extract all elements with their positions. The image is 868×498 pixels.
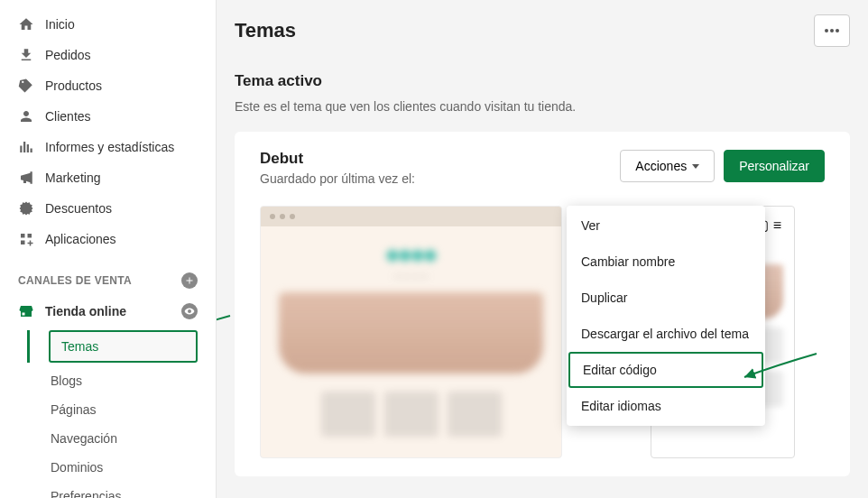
discount-icon xyxy=(18,200,34,217)
customize-button[interactable]: Personalizar xyxy=(724,150,825,182)
sub-nav-domains[interactable]: Dominios xyxy=(27,453,216,482)
sub-nav-pages[interactable]: Páginas xyxy=(27,395,216,424)
nav-label: Marketing xyxy=(45,171,100,185)
sales-channels-header: CANALES DE VENTA xyxy=(0,254,216,296)
sub-nav-label: Temas xyxy=(49,330,198,363)
apps-icon xyxy=(18,231,34,247)
tag-icon xyxy=(18,78,34,94)
bars-icon xyxy=(18,139,34,155)
store-icon xyxy=(18,303,34,319)
sub-nav-themes[interactable]: Temas xyxy=(49,330,198,363)
nav-label: Clientes xyxy=(45,109,91,124)
nav-label: Informes y estadísticas xyxy=(45,140,174,154)
dropdown-edit-code[interactable]: Editar código xyxy=(568,352,763,388)
nav-label: Pedidos xyxy=(45,48,91,62)
nav-orders[interactable]: Pedidos xyxy=(0,40,216,70)
nav-discounts[interactable]: Descuentos xyxy=(0,193,216,224)
sub-nav: Temas Blogs Páginas Navegación Dominios … xyxy=(0,330,216,498)
nav-customers[interactable]: Clientes xyxy=(0,101,216,132)
plus-icon[interactable] xyxy=(181,272,198,289)
nav-apps[interactable]: Aplicaciones xyxy=(0,224,216,254)
channel-label: Tienda online xyxy=(45,304,126,318)
dropdown-download[interactable]: Descargar el archivo del tema xyxy=(567,316,765,352)
nav-label: Descuentos xyxy=(45,201,112,216)
nav-label: Inicio xyxy=(45,17,75,32)
browser-bar xyxy=(261,207,561,226)
dot-icon xyxy=(825,29,828,32)
actions-button[interactable]: Acciones xyxy=(620,150,715,182)
section-label: CANALES DE VENTA xyxy=(18,274,132,287)
annotation-arrow xyxy=(217,311,235,342)
chevron-down-icon xyxy=(692,164,699,169)
main-content: Temas Tema activo Este es el tema que ve… xyxy=(217,0,868,498)
download-icon xyxy=(18,47,34,63)
eye-icon[interactable] xyxy=(181,303,198,319)
nav-marketing[interactable]: Marketing xyxy=(0,162,216,193)
page-title: Temas xyxy=(235,19,296,42)
sub-nav-navigation[interactable]: Navegación xyxy=(27,424,216,453)
active-theme-description: Este es el tema que ven los clientes cua… xyxy=(235,99,850,114)
button-label: Acciones xyxy=(635,159,687,173)
more-button[interactable] xyxy=(814,14,850,47)
dropdown-duplicate[interactable]: Duplicar xyxy=(567,280,765,316)
theme-card: Debut Guardado por última vez el: Accion… xyxy=(235,132,850,476)
annotation-arrow xyxy=(740,352,821,392)
person-icon xyxy=(18,108,34,124)
dropdown-rename[interactable]: Cambiar nombre xyxy=(567,244,765,280)
mock-content: ◆◆◆◆ — — — — xyxy=(261,226,561,455)
dropdown-view[interactable]: Ver xyxy=(567,208,765,244)
nav-label: Aplicaciones xyxy=(45,232,116,246)
active-theme-heading: Tema activo xyxy=(235,72,850,90)
theme-actions: Acciones Personalizar xyxy=(620,150,825,182)
nav-products[interactable]: Productos xyxy=(0,70,216,101)
megaphone-icon xyxy=(18,170,34,186)
page-header: Temas xyxy=(235,14,850,47)
nav-home[interactable]: Inicio xyxy=(0,9,216,40)
actions-dropdown: Ver Cambiar nombre Duplicar Descargar el… xyxy=(567,206,765,426)
theme-header: Debut Guardado por última vez el: Accion… xyxy=(260,150,825,186)
dot-icon xyxy=(836,29,839,32)
dropdown-edit-languages[interactable]: Editar idiomas xyxy=(567,388,765,424)
desktop-preview: ◆◆◆◆ — — — — xyxy=(260,206,562,458)
nav-analytics[interactable]: Informes y estadísticas xyxy=(0,132,216,162)
home-icon xyxy=(18,16,34,32)
sub-nav-preferences[interactable]: Preferencias xyxy=(27,482,216,498)
dot-icon xyxy=(830,29,834,32)
sidebar: Inicio Pedidos Productos Clientes Inform… xyxy=(0,0,217,498)
theme-name: Debut xyxy=(260,150,415,168)
theme-previews: ◆◆◆◆ — — — — Ver Cambiar nombre Duplicar… xyxy=(260,206,825,458)
channel-online-store[interactable]: Tienda online xyxy=(0,296,216,327)
theme-saved-label: Guardado por última vez el: xyxy=(260,171,415,186)
nav-label: Productos xyxy=(45,78,102,93)
sub-nav-blogs[interactable]: Blogs xyxy=(27,366,216,395)
